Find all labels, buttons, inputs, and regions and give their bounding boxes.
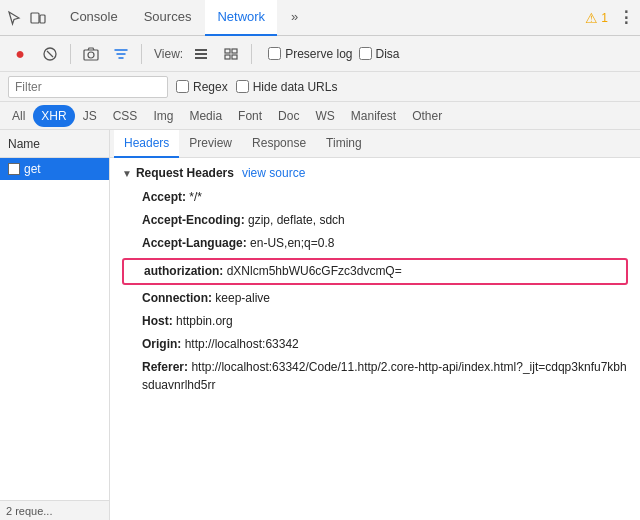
type-all[interactable]: All [4,105,33,127]
cursor-icon[interactable] [4,8,24,28]
tab-bar-right: ⚠ 1 ⋮ [585,8,636,28]
request-list: Name get get 2 reque... [0,130,110,520]
request-footer: 2 reque... [0,500,109,520]
type-doc[interactable]: Doc [270,105,307,127]
record-button[interactable]: ● [8,42,32,66]
toolbar-separator-3 [251,44,252,64]
type-media[interactable]: Media [181,105,230,127]
view-source-link[interactable]: view source [242,166,305,180]
svg-rect-10 [232,49,237,53]
svg-rect-9 [225,49,230,53]
request-headers-title: ▼ Request Headers [122,166,234,180]
type-img[interactable]: Img [145,105,181,127]
svg-line-3 [47,51,53,57]
svg-rect-8 [195,57,207,59]
preserve-log-checkbox[interactable]: Preserve log [268,47,352,61]
regex-option[interactable]: Regex [176,80,228,94]
view-label: View: [154,47,183,61]
toolbar-separator-1 [70,44,71,64]
filter-button[interactable] [109,42,133,66]
type-manifest[interactable]: Manifest [343,105,404,127]
type-other[interactable]: Other [404,105,450,127]
detail-tab-preview[interactable]: Preview [179,130,242,158]
list-view-button[interactable] [189,42,213,66]
warning-icon: ⚠ [585,10,598,26]
svg-rect-7 [195,53,207,55]
request-headers-section-header: ▼ Request Headers view source [122,166,628,180]
type-js[interactable]: JS [75,105,105,127]
header-host: Host: httpbin.org [122,310,628,333]
header-authorization: authorization: dXNlcm5hbWU6cGFzc3dvcmQ= [122,258,628,285]
group-view-button[interactable] [219,42,243,66]
svg-point-5 [88,52,94,58]
filter-bar: Regex Hide data URLs [0,72,640,102]
detail-panel: HeadersPreviewResponseTiming ▼ Request H… [110,130,640,520]
type-ws[interactable]: WS [307,105,342,127]
header-accept-language: Accept-Language: en-US,en;q=0.8 [122,232,628,255]
clear-button[interactable] [38,42,62,66]
warning-count: 1 [601,11,608,25]
request-checkbox-2 [8,163,20,175]
more-options-icon[interactable]: ⋮ [616,8,636,28]
type-font[interactable]: Font [230,105,270,127]
tab-more[interactable]: » [279,0,310,36]
header-connection: Connection: keep-alive [122,287,628,310]
camera-button[interactable] [79,42,103,66]
detail-tab-timing[interactable]: Timing [316,130,372,158]
detail-tab-headers[interactable]: Headers [114,130,179,158]
header-accept: Accept: */* [122,186,628,209]
tab-network[interactable]: Network [205,0,277,36]
main-content: Name get get 2 reque... HeadersPreviewRe… [0,130,640,520]
svg-rect-1 [40,15,45,23]
toolbar-separator-2 [141,44,142,64]
detail-content: ▼ Request Headers view source Accept: */… [110,158,640,404]
filter-input[interactable] [8,76,168,98]
devtools-icons [4,8,48,28]
type-css[interactable]: CSS [105,105,146,127]
warning-badge[interactable]: ⚠ 1 [585,10,608,26]
type-xhr[interactable]: XHR [33,105,74,127]
detail-tab-response[interactable]: Response [242,130,316,158]
header-origin: Origin: http://localhost:63342 [122,333,628,356]
detail-tabs: HeadersPreviewResponseTiming [110,130,640,158]
hide-data-option[interactable]: Hide data URLs [236,80,338,94]
tab-bar: Console Sources Network » ⚠ 1 ⋮ [0,0,640,36]
request-list-header: Name [0,130,109,158]
svg-rect-11 [225,55,230,59]
svg-rect-6 [195,49,207,51]
disable-cache-checkbox[interactable]: Disa [359,47,400,61]
device-toggle-icon[interactable] [28,8,48,28]
svg-rect-12 [232,55,237,59]
network-toolbar: ● View: [0,36,640,72]
tab-sources[interactable]: Sources [132,0,204,36]
svg-rect-0 [31,13,39,23]
collapse-triangle[interactable]: ▼ [122,168,132,179]
request-list-header-name: Name [8,137,40,151]
tab-console[interactable]: Console [58,0,130,36]
header-referer: Referer: http://localhost:63342/Code/11.… [122,356,628,396]
type-filter-bar: All XHR JS CSS Img Media Font Doc WS Man… [0,102,640,130]
request-item-get2[interactable]: get [0,158,109,180]
header-accept-encoding: Accept-Encoding: gzip, deflate, sdch [122,209,628,232]
